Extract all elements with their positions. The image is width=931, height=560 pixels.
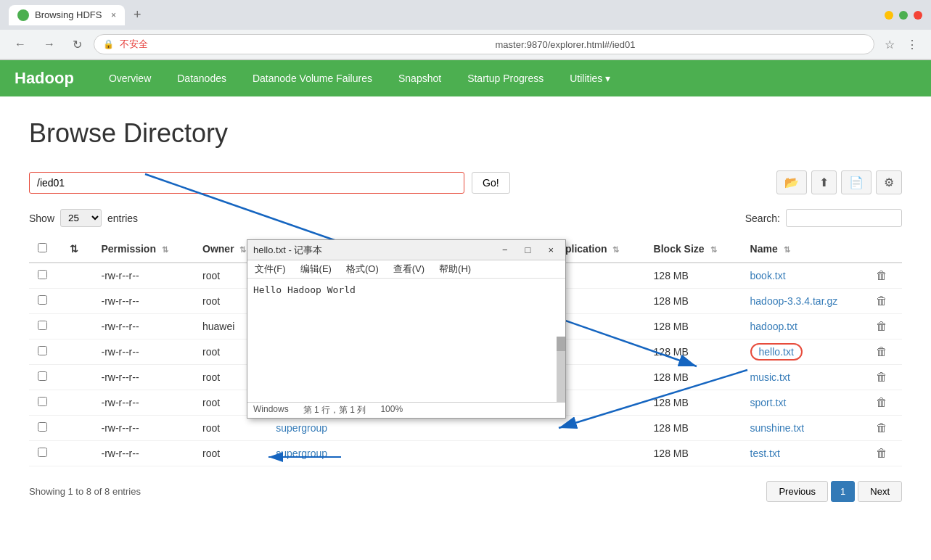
file-link-4[interactable]: music.txt xyxy=(750,371,790,383)
browser-chrome: Browsing HDFS × + ← → ↻ 🔒 不安全 master:987… xyxy=(0,0,931,60)
row-checkbox-0[interactable] xyxy=(38,270,47,279)
address-bar: 🔒 不安全 master:9870/explorer.html#/ied01 xyxy=(94,34,874,54)
address-prefix: 不安全 xyxy=(120,38,490,51)
nav-overview[interactable]: Overview xyxy=(96,62,164,94)
delete-btn-5[interactable]: 🗑 xyxy=(876,396,887,408)
notepad-maximize-btn[interactable]: □ xyxy=(520,243,537,257)
search-input[interactable] xyxy=(786,209,902,227)
row-checkbox-2[interactable] xyxy=(38,321,47,330)
delete-btn-3[interactable]: 🗑 xyxy=(876,345,887,358)
directory-actions: 📂 ⬆ 📄 ⚙ xyxy=(776,170,902,194)
delete-btn-0[interactable]: 🗑 xyxy=(876,269,887,281)
cell-name-1: hadoop-3.3.4.tar.gz xyxy=(742,289,867,314)
notepad-text[interactable]: Hello Hadoop World xyxy=(250,281,562,298)
menu-btn[interactable]: ⋮ xyxy=(902,35,922,54)
browser-toolbar: ← → ↻ 🔒 不安全 master:9870/explorer.html#/i… xyxy=(0,30,931,59)
new-tab-btn[interactable]: + xyxy=(128,4,147,25)
copy-btn[interactable]: ⚙ xyxy=(876,170,902,194)
window-controls xyxy=(885,11,922,20)
cell-blocksize-2: 128 MB xyxy=(645,314,742,339)
notepad-menu-view[interactable]: 查看(V) xyxy=(386,260,432,278)
cell-blocksize-5: 128 MB xyxy=(645,390,742,416)
cell-blocksize-0: 128 MB xyxy=(645,263,742,289)
file-link-1[interactable]: hadoop-3.3.4.tar.gz xyxy=(750,295,838,307)
address-lock-icon: 🔒 xyxy=(103,39,114,49)
row-checkbox-5[interactable] xyxy=(38,397,47,406)
row-checkbox-4[interactable] xyxy=(38,371,47,381)
row-checkbox-1[interactable] xyxy=(38,295,47,305)
row-checkbox-7[interactable] xyxy=(38,448,47,457)
maximize-btn[interactable] xyxy=(899,11,908,20)
file-link-7[interactable]: test.txt xyxy=(750,448,780,459)
cell-name-6: sunshine.txt xyxy=(742,416,867,441)
open-folder-btn[interactable]: 📂 xyxy=(776,170,807,194)
col-name[interactable]: Name ⇅ xyxy=(742,236,867,263)
next-btn[interactable]: Next xyxy=(858,481,902,502)
file-link-2[interactable]: hadoop.txt xyxy=(750,321,797,332)
delete-btn-7[interactable]: 🗑 xyxy=(876,447,887,459)
group-link-7[interactable]: supergroup xyxy=(276,448,327,459)
cell-owner-6: root xyxy=(194,416,267,441)
bookmark-btn[interactable]: ☆ xyxy=(880,35,899,54)
notepad-minimize-btn[interactable]: − xyxy=(496,243,514,257)
delete-btn-4[interactable]: 🗑 xyxy=(876,371,887,383)
view-file-btn[interactable]: 📄 xyxy=(841,170,871,194)
directory-input[interactable] xyxy=(29,172,464,194)
cell-permission-2: -rw-r--r-- xyxy=(93,314,194,339)
page-number[interactable]: 1 xyxy=(831,481,855,502)
nav-datanode-volume-failures[interactable]: Datanode Volume Failures xyxy=(239,62,385,94)
go-button[interactable]: Go! xyxy=(472,172,510,194)
cell-permission-4: -rw-r--r-- xyxy=(93,365,194,390)
nav-startup-progress[interactable]: Startup Progress xyxy=(454,62,557,94)
cell-permission-7: -rw-r--r-- xyxy=(93,441,194,466)
delete-btn-6[interactable]: 🗑 xyxy=(876,421,887,434)
cell-blocksize-7: 128 MB xyxy=(645,441,742,466)
notepad-zoom: 100% xyxy=(380,404,403,416)
group-link-6[interactable]: supergroup xyxy=(276,422,327,434)
file-link-0[interactable]: book.txt xyxy=(750,270,786,281)
cell-name-4: music.txt xyxy=(742,365,867,390)
notepad-menu-help[interactable]: 帮助(H) xyxy=(432,260,478,278)
delete-btn-2[interactable]: 🗑 xyxy=(876,320,887,332)
file-link-highlight-3[interactable]: hello.txt xyxy=(750,343,803,361)
back-btn[interactable]: ← xyxy=(9,35,32,54)
notepad-statusbar: Windows 第 1 行，第 1 列 100% xyxy=(247,402,565,418)
cell-owner-7: root xyxy=(194,441,267,466)
notepad-close-btn[interactable]: × xyxy=(542,243,559,257)
notepad-menubar: 文件(F) 编辑(E) 格式(O) 查看(V) 帮助(H) xyxy=(247,260,565,279)
file-link-6[interactable]: sunshine.txt xyxy=(750,422,805,434)
delete-btn-1[interactable]: 🗑 xyxy=(876,295,887,307)
cell-blocksize-6: 128 MB xyxy=(645,416,742,441)
minimize-btn[interactable] xyxy=(885,11,893,20)
forward-btn[interactable]: → xyxy=(38,35,61,54)
nav-utilities[interactable]: Utilities ▾ xyxy=(557,62,623,94)
select-all-checkbox[interactable] xyxy=(38,243,47,252)
notepad-menu-format[interactable]: 格式(O) xyxy=(339,260,386,278)
browser-tab-active: Browsing HDFS × xyxy=(9,5,125,25)
row-checkbox-6[interactable] xyxy=(38,422,47,432)
entries-select[interactable]: 25 10 50 100 xyxy=(60,209,102,227)
cell-size-7 xyxy=(350,441,430,466)
notepad-menu-file[interactable]: 文件(F) xyxy=(247,260,293,278)
window-close-btn[interactable] xyxy=(914,11,922,20)
file-link-5[interactable]: sport.txt xyxy=(750,397,787,408)
col-checkbox xyxy=(29,236,61,263)
cell-name-3: hello.txt xyxy=(742,339,867,365)
previous-btn[interactable]: Previous xyxy=(766,481,828,502)
upload-btn[interactable]: ⬆ xyxy=(811,170,837,194)
address-url[interactable]: master:9870/explorer.html#/ied01 xyxy=(496,39,866,50)
nav-datanodes[interactable]: Datanodes xyxy=(164,62,239,94)
col-permission[interactable]: Permission ⇅ xyxy=(93,236,194,263)
cell-modified-7 xyxy=(430,441,544,466)
tab-close-btn[interactable]: × xyxy=(111,10,116,20)
row-checkbox-3[interactable] xyxy=(38,346,47,355)
hadoop-brand: Hadoop xyxy=(15,60,89,96)
col-sort-icon[interactable]: ⇅ xyxy=(61,236,92,263)
nav-snapshot[interactable]: Snapshot xyxy=(385,62,454,94)
col-actions xyxy=(867,236,902,263)
refresh-btn[interactable]: ↻ xyxy=(67,35,88,54)
cell-permission-1: -rw-r--r-- xyxy=(93,289,194,314)
cell-name-5: sport.txt xyxy=(742,390,867,416)
col-block-size[interactable]: Block Size ⇅ xyxy=(645,236,742,263)
notepad-menu-edit[interactable]: 编辑(E) xyxy=(293,260,339,278)
